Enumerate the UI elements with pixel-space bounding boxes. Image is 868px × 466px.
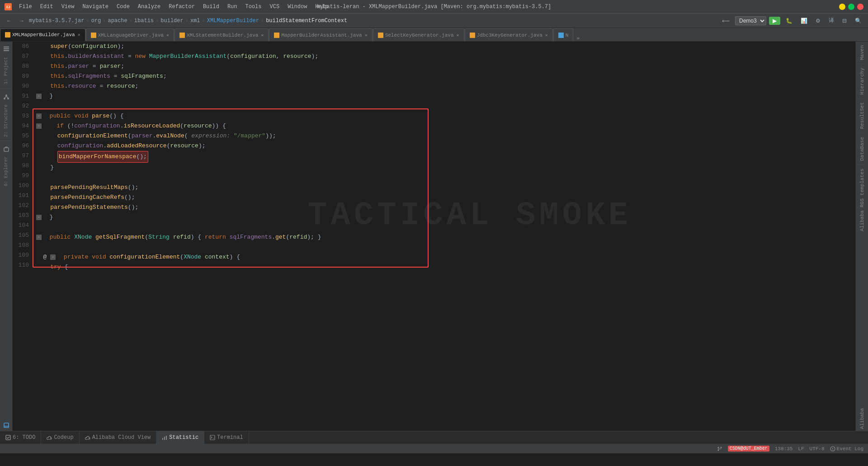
run-config-select[interactable]: Demo3 xyxy=(735,16,766,25)
sidebar-label-project[interactable]: 1: Project xyxy=(3,55,9,86)
bottom-tab-alibaba-cloud-view[interactable]: Alibaba Cloud View xyxy=(80,431,157,444)
menu-code[interactable]: Code xyxy=(113,3,133,11)
bottom-tab-terminal[interactable]: Terminal xyxy=(204,431,249,444)
csdn-badge: CSDN@dUT_Ember xyxy=(728,446,769,452)
back-nav-button[interactable]: ⟵ xyxy=(719,17,732,25)
code-line-90: this.resource = resource; xyxy=(36,81,852,91)
menu-vcs[interactable]: VCS xyxy=(266,3,283,11)
search-everywhere-button[interactable]: 🔍 xyxy=(852,17,864,25)
fold-icon-94[interactable]: - xyxy=(36,123,42,129)
breadcrumb-method[interactable]: buildStatementFromContext xyxy=(266,18,347,24)
status-event-log[interactable]: Event Log xyxy=(830,446,863,452)
tab-close-xmlmapperbuilder[interactable]: ✕ xyxy=(78,32,80,38)
window-controls[interactable] xyxy=(839,4,863,10)
sidebar-label-explorer[interactable]: 6: Explorer xyxy=(3,155,9,187)
fold-icon-91[interactable]: - xyxy=(36,94,42,99)
chart-icon xyxy=(162,435,167,440)
translate-button[interactable]: 译 xyxy=(826,16,837,25)
tab-jdbc3keygenerator[interactable]: Jdbc3KeyGenerator.java ✕ xyxy=(465,28,553,41)
code-content[interactable]: super(configuration); this.builderAssist… xyxy=(33,42,855,431)
svg-rect-16 xyxy=(166,436,167,440)
menu-refactor[interactable]: Refactor xyxy=(165,3,198,11)
close-button[interactable] xyxy=(857,4,863,10)
forward-button[interactable]: → xyxy=(16,17,27,25)
toolbar-actions: ⟵ Demo3 ▶ 🐛 📊 ⚙ 译 ⊟ 🔍 xyxy=(719,16,864,25)
tab-close-jdbc3keygenerator[interactable]: ✕ xyxy=(545,33,548,38)
fold-icon-105[interactable]: - xyxy=(36,235,42,240)
code-line-96: configuration.addLoadedResource(resource… xyxy=(36,141,852,151)
sidebar-icon-structure[interactable] xyxy=(1,92,12,103)
menu-analyze[interactable]: Analyze xyxy=(134,3,164,11)
tab-label-selectkeygenerator: SelectKeyGenerator.java xyxy=(385,33,454,38)
menu-window[interactable]: Window xyxy=(284,3,311,11)
svg-rect-2 xyxy=(4,47,9,47)
tab-xmllanguagedriver[interactable]: XMLLanguageDriver.java ✕ xyxy=(86,28,174,41)
tab-close-xmllanguagedriver[interactable]: ✕ xyxy=(166,33,169,38)
tab-close-selectkeygenerator[interactable]: ✕ xyxy=(456,33,459,38)
menu-navigate[interactable]: Navigate xyxy=(79,3,112,11)
fold-icon-93[interactable]: - xyxy=(36,113,42,119)
run-button[interactable]: ▶ xyxy=(769,17,780,25)
back-button[interactable]: ← xyxy=(4,17,14,25)
menu-tools[interactable]: Tools xyxy=(242,3,265,11)
coverage-button[interactable]: 📊 xyxy=(798,17,810,25)
right-sidebar: Maven Hierarchy ResultSet DataBase Aliba… xyxy=(855,42,868,431)
sidebar-right-maven[interactable]: Maven xyxy=(859,43,866,62)
code-line-93: - public void parse() { xyxy=(36,111,852,121)
code-line-92 xyxy=(36,101,852,111)
sidebar-right-database[interactable]: DataBase xyxy=(859,135,866,163)
tab-overflow-button[interactable]: » xyxy=(574,36,582,41)
tab-label-xmlmapperbuilder: XMLMapperBuilder.java xyxy=(12,32,75,38)
tab-xmlstatementbuilder[interactable]: XMLStatementBuilder.java ✕ xyxy=(175,28,269,41)
svg-rect-10 xyxy=(4,148,9,151)
svg-point-9 xyxy=(7,98,9,99)
bottom-tab-todo[interactable]: 6: TODO xyxy=(0,431,41,444)
sidebar-label-structure[interactable]: 2: Structure xyxy=(3,104,9,138)
code-line-104 xyxy=(36,222,852,232)
event-log-label: Event Log xyxy=(837,446,863,452)
sidebar-icon-bottom[interactable] xyxy=(1,420,12,431)
tab-close-xmlstatementbuilder[interactable]: ✕ xyxy=(261,33,264,38)
sidebar-icon-explorer[interactable] xyxy=(1,144,12,155)
title-bar: IJ File Edit View Navigate Code Analyze … xyxy=(0,0,868,14)
tab-close-mapperbuilderassistant[interactable]: ✕ xyxy=(365,33,368,38)
breadcrumb: mybatis-3.5.7.jar › org › apache › ibati… xyxy=(29,18,717,24)
menu-view[interactable]: View xyxy=(58,3,78,11)
code-line-89: this.sqlFragments = sqlFragments; xyxy=(36,71,852,81)
code-line-108 xyxy=(36,242,852,252)
fold-icon-103[interactable]: - xyxy=(36,215,42,220)
svg-point-18 xyxy=(717,447,719,448)
code-editor[interactable]: 86 87 88 89 90 91 92 93 94 95 96 97 98 9… xyxy=(13,42,855,431)
layout-button[interactable]: ⊟ xyxy=(840,17,849,25)
sidebar-icon-project[interactable] xyxy=(1,43,12,54)
fold-icon-109[interactable]: - xyxy=(50,254,56,260)
menu-build[interactable]: Build xyxy=(199,3,223,11)
svg-rect-3 xyxy=(4,48,9,49)
code-line-95: configurationElement(parser.evalNode( ex… xyxy=(36,131,852,141)
sidebar-right-alibaba-rgs[interactable]: Alibaba RGS templates xyxy=(859,167,866,233)
bottom-tab-alibaba-cloud-label: Alibaba Cloud View xyxy=(92,434,151,441)
check-icon xyxy=(5,435,11,440)
debug-button[interactable]: 🐛 xyxy=(783,17,795,25)
svg-rect-4 xyxy=(4,50,9,51)
tab-xmlmapperbuilder[interactable]: XMLMapperBuilder.java ✕ xyxy=(0,28,85,41)
bottom-tab-codeup[interactable]: Codeup xyxy=(41,431,79,444)
tab-n[interactable]: N xyxy=(553,28,574,41)
sidebar-right-resultset[interactable]: ResultSet xyxy=(859,100,866,131)
menu-bar[interactable]: File Edit View Navigate Code Analyze Ref… xyxy=(15,3,332,11)
breadcrumb-class[interactable]: XMLMapperBuilder xyxy=(207,18,259,24)
sidebar-right-alibaba[interactable]: Alibaba xyxy=(859,406,866,431)
bottom-tab-statistic[interactable]: Statistic xyxy=(156,431,204,444)
menu-file[interactable]: File xyxy=(15,3,36,11)
tab-selectkeygenerator[interactable]: SelectKeyGenerator.java ✕ xyxy=(373,28,464,41)
menu-run[interactable]: Run xyxy=(224,3,241,11)
tab-mapperbuilderassistant[interactable]: MapperBuilderAssistant.java ✕ xyxy=(269,28,372,41)
code-line-102: parsePendingStatements(); xyxy=(36,202,852,212)
sidebar-right-hierarchy[interactable]: Hierarchy xyxy=(859,66,866,96)
tab-icon-n xyxy=(558,33,564,38)
settings-button[interactable]: ⚙ xyxy=(813,17,823,25)
maximize-button[interactable] xyxy=(848,4,854,10)
svg-point-5 xyxy=(5,94,7,96)
minimize-button[interactable] xyxy=(839,4,845,10)
menu-edit[interactable]: Edit xyxy=(37,3,57,11)
